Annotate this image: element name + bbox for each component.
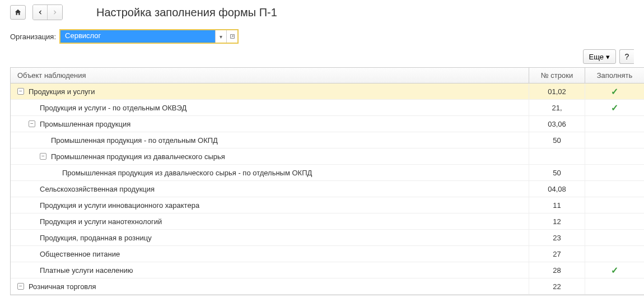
- table-row[interactable]: Промышленная продукция - по отдельным ОК…: [11, 132, 644, 148]
- row-label: Общественное питание: [40, 250, 120, 258]
- cell-object: Сельскохозяйственная продукция: [11, 181, 529, 197]
- cell-object: Продукция и услуги инновационного характ…: [11, 197, 529, 213]
- cell-object: −Промышленная продукция: [11, 116, 529, 132]
- chevron-down-icon: ▾: [606, 53, 610, 61]
- cell-object: Общественное питание: [11, 246, 529, 262]
- home-button[interactable]: [10, 5, 26, 20]
- row-label: Промышленная продукция из давальческого …: [62, 169, 312, 177]
- table-row[interactable]: Сельскохозяйственная продукция04,08: [11, 181, 644, 197]
- check-icon: ✓: [611, 103, 618, 113]
- row-label: Продукция, проданная в розницу: [40, 234, 152, 242]
- table-row[interactable]: −Промышленная продукция из давальческого…: [11, 148, 644, 165]
- more-button[interactable]: Еще ▾: [583, 49, 616, 64]
- cell-object: −Промышленная продукция из давальческого…: [11, 148, 529, 164]
- row-label: Промышленная продукция из давальческого …: [51, 152, 225, 161]
- cell-fill[interactable]: [585, 197, 644, 213]
- table-row[interactable]: Продукция и услуги инновационного характ…: [11, 197, 644, 213]
- row-label: Розничная торговля: [29, 282, 96, 291]
- page-title: Настройка заполнения формы П-1: [96, 6, 277, 19]
- collapse-icon[interactable]: −: [29, 120, 35, 127]
- help-button[interactable]: ?: [619, 49, 634, 64]
- row-label: Продукция и услуги нанотехнологий: [40, 217, 162, 226]
- back-button[interactable]: [33, 5, 48, 20]
- more-button-label: Еще: [589, 53, 604, 61]
- collapse-icon[interactable]: −: [17, 283, 24, 290]
- collapse-icon[interactable]: −: [17, 88, 24, 95]
- cell-object: −Продукция и услуги: [11, 83, 529, 99]
- cell-row-no: 01,02: [529, 83, 585, 99]
- forward-button[interactable]: [48, 5, 62, 20]
- cell-row-no: 03,06: [529, 116, 585, 132]
- header-object[interactable]: Объект наблюдения: [11, 68, 529, 83]
- nav-buttons: [32, 4, 63, 20]
- cell-fill[interactable]: [585, 165, 644, 180]
- org-label: Организация:: [10, 32, 56, 41]
- table-row[interactable]: Общественное питание27: [11, 246, 644, 262]
- cell-fill[interactable]: ✓: [585, 83, 644, 99]
- row-label: Сельскохозяйственная продукция: [40, 185, 155, 193]
- cell-object: Продукция и услуги - по отдельным ОКВЭД: [11, 100, 529, 115]
- cell-fill[interactable]: [585, 246, 644, 262]
- row-label: Промышленная продукция - по отдельным ОК…: [51, 136, 218, 145]
- check-icon: ✓: [611, 265, 618, 276]
- cell-fill[interactable]: [585, 213, 644, 229]
- collapse-icon[interactable]: −: [40, 153, 46, 160]
- cell-object: Продукция и услуги нанотехнологий: [11, 213, 529, 229]
- table-row[interactable]: Продукция, проданная в розницу23: [11, 230, 644, 246]
- cell-object: Платные услуги населению: [11, 262, 529, 278]
- tree-table: Объект наблюдения № строки Заполнять −Пр…: [10, 67, 644, 295]
- cell-fill[interactable]: [585, 230, 644, 245]
- cell-row-no: 27: [529, 246, 585, 262]
- org-input-wrap: Сервислог ▾: [59, 29, 239, 44]
- cell-row-no: 21,: [529, 100, 585, 115]
- table-row[interactable]: Промышленная продукция из давальческого …: [11, 165, 644, 181]
- table-row[interactable]: −Розничная торговля22: [11, 278, 644, 295]
- cell-fill[interactable]: [585, 278, 644, 294]
- table-row[interactable]: −Продукция и услуги01,02✓: [11, 83, 644, 100]
- cell-fill[interactable]: [585, 148, 644, 164]
- row-label: Продукция и услуги инновационного характ…: [40, 201, 199, 210]
- cell-row-no: 50: [529, 132, 585, 148]
- cell-fill[interactable]: [585, 181, 644, 197]
- cell-object: −Розничная торговля: [11, 278, 529, 294]
- cell-row-no: 50: [529, 165, 585, 180]
- header-fill[interactable]: Заполнять: [585, 68, 644, 83]
- cell-row-no: 11: [529, 197, 585, 213]
- table-row[interactable]: Платные услуги населению28✓: [11, 262, 644, 278]
- check-icon: ✓: [611, 86, 618, 97]
- cell-row-no: 23: [529, 230, 585, 245]
- open-icon[interactable]: [226, 30, 237, 43]
- row-label: Промышленная продукция: [40, 120, 130, 128]
- table-header: Объект наблюдения № строки Заполнять: [11, 68, 644, 83]
- cell-object: Продукция, проданная в розницу: [11, 230, 529, 245]
- cell-fill[interactable]: ✓: [585, 100, 644, 115]
- cell-object: Промышленная продукция - по отдельным ОК…: [11, 132, 529, 148]
- cell-row-no: [529, 148, 585, 164]
- org-input[interactable]: Сервислог: [60, 30, 215, 43]
- cell-row-no: 04,08: [529, 181, 585, 197]
- cell-row-no: 22: [529, 278, 585, 294]
- table-row[interactable]: Продукция и услуги нанотехнологий12: [11, 213, 644, 230]
- row-label: Платные услуги населению: [40, 266, 133, 275]
- row-label: Продукция и услуги: [29, 87, 95, 96]
- table-row[interactable]: −Промышленная продукция03,06: [11, 116, 644, 132]
- cell-row-no: 12: [529, 213, 585, 229]
- cell-fill[interactable]: ✓: [585, 262, 644, 278]
- cell-row-no: 28: [529, 262, 585, 278]
- cell-fill[interactable]: [585, 116, 644, 132]
- cell-object: Промышленная продукция из давальческого …: [11, 165, 529, 180]
- header-row-no[interactable]: № строки: [529, 68, 585, 83]
- row-label: Продукция и услуги - по отдельным ОКВЭД: [40, 104, 186, 112]
- table-row[interactable]: Продукция и услуги - по отдельным ОКВЭД2…: [11, 100, 644, 116]
- dropdown-icon[interactable]: ▾: [215, 30, 226, 43]
- cell-fill[interactable]: [585, 132, 644, 148]
